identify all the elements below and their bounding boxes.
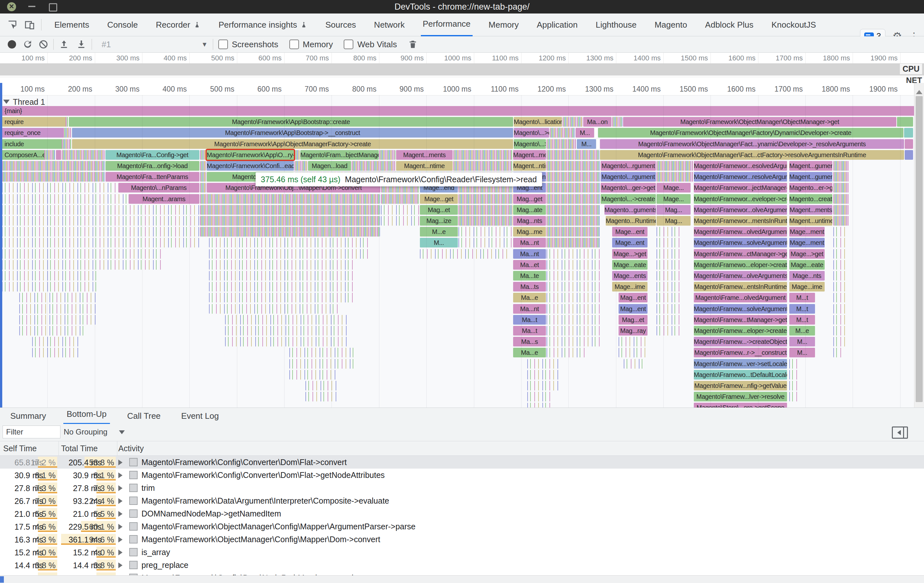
- flame-block[interactable]: Magento\Framework\ObjectManager\Fact...y…: [600, 139, 904, 149]
- flame-block[interactable]: Magento\...nParams: [118, 183, 199, 193]
- flame-block[interactable]: Magento\Framew...->createObject: [694, 337, 787, 346]
- flame-block[interactable]: Magen...load: [308, 161, 351, 171]
- tab-network[interactable]: Network: [372, 13, 406, 36]
- checkbox-box[interactable]: [218, 40, 228, 49]
- column-total-time[interactable]: Total Time: [61, 444, 98, 453]
- flame-block[interactable]: Magento\...->create: [601, 194, 656, 204]
- tab-adblock-plus[interactable]: Adblock Plus: [703, 13, 755, 36]
- flame-block[interactable]: Magento\Framew...tManager->get: [694, 315, 787, 324]
- flame-block[interactable]: Mage...nts: [789, 271, 825, 281]
- table-row[interactable]: 27.8 ms7.3 %27.8 ms7.3 %trim: [0, 481, 924, 494]
- flame-block[interactable]: Magento...er->get: [789, 183, 832, 193]
- flame-block[interactable]: Magento\Framework\App\Bootstrap->__const…: [72, 128, 513, 138]
- flame-block[interactable]: require_once: [2, 128, 65, 138]
- flame-block[interactable]: Mag...me: [513, 227, 546, 237]
- table-row[interactable]: 16.3 ms4.3 %361.1 ms94.6 %Magento\Framew…: [0, 533, 924, 546]
- bottom-tab-call-tree[interactable]: Call Tree: [124, 408, 164, 424]
- flame-block[interactable]: Mag...ize: [420, 216, 458, 226]
- tab-magento[interactable]: Magento: [653, 13, 689, 36]
- flame-block[interactable]: Magento\...rgument: [601, 172, 656, 181]
- flame-block[interactable]: Magento\Framewor...resolveArgument: [694, 172, 787, 181]
- tab-performance-insights[interactable]: Performance insights: [217, 13, 309, 36]
- flame-block[interactable]: Mage...ment: [789, 227, 825, 237]
- flame-block[interactable]: Ma...s: [513, 337, 546, 346]
- flame-block[interactable]: Magento\Fram...bjectManager: [300, 150, 379, 160]
- flame-block[interactable]: M...t: [789, 293, 815, 302]
- flame-block[interactable]: Magento\Framewo...eloper->create: [694, 260, 787, 270]
- window-close-button[interactable]: ✕: [7, 2, 16, 11]
- flame-block[interactable]: Magento\Framewor...esolvedArgument: [694, 161, 787, 171]
- flame-block[interactable]: Ma...et: [513, 260, 546, 270]
- flame-block[interactable]: Ma...te: [513, 271, 546, 281]
- bottom-tab-bottom-up[interactable]: Bottom-Up: [63, 407, 110, 425]
- tab-knockoutjs[interactable]: KnockoutJS: [769, 13, 818, 36]
- table-row[interactable]: 14.4 ms3.8 %14.4 ms3.8 %preg_replace: [0, 558, 924, 571]
- expand-arrow-icon[interactable]: [118, 485, 125, 491]
- flame-block[interactable]: Ma...nt: [513, 249, 546, 259]
- flame-block[interactable]: Ma...e: [513, 293, 546, 302]
- flame-block[interactable]: Magento\Framew...lver->resolve: [694, 392, 787, 402]
- flame-chart[interactable]: 100 ms200 ms300 ms400 ms500 ms600 ms700 …: [0, 83, 924, 407]
- flame-block[interactable]: Ma...nt: [513, 304, 546, 314]
- flame-block[interactable]: Magento\...>create: [514, 139, 546, 149]
- flame-block[interactable]: Magento\Framew...ctManager->get: [694, 249, 787, 259]
- window-minimize-button[interactable]: [28, 6, 35, 7]
- flame-block[interactable]: Mag...ent: [619, 293, 647, 302]
- tab-sources[interactable]: Sources: [323, 13, 358, 36]
- record-button[interactable]: [8, 40, 16, 49]
- flame-block[interactable]: Magent...arams: [129, 194, 199, 204]
- tab-application[interactable]: Application: [535, 13, 579, 36]
- tab-console[interactable]: Console: [105, 13, 140, 36]
- filter-input[interactable]: [3, 425, 61, 438]
- load-profile-icon[interactable]: [59, 37, 69, 51]
- flame-block[interactable]: M...t: [789, 315, 815, 324]
- flame-block[interactable]: Magento\Framew...r->__construct: [694, 348, 787, 357]
- clear-button[interactable]: [39, 37, 48, 51]
- flame-block[interactable]: Mag...ate: [513, 205, 546, 215]
- expand-arrow-icon[interactable]: [118, 498, 125, 504]
- flame-block[interactable]: Magento\Frame...olvedArgument: [694, 293, 787, 302]
- flame-block[interactable]: M...: [789, 348, 815, 357]
- flame-block[interactable]: Mage...ents: [612, 271, 647, 281]
- flame-block[interactable]: Magent...gument: [789, 172, 832, 181]
- flame-block[interactable]: Magento\Framew...entsInRuntime: [694, 282, 787, 292]
- flame-block[interactable]: M...: [577, 139, 596, 149]
- flame-block[interactable]: Magento\Framewor...eveloper->create: [694, 194, 787, 204]
- expand-arrow-icon[interactable]: [118, 550, 125, 555]
- flame-block[interactable]: Magento\Framework\App\Bootstrap::create: [69, 117, 513, 127]
- reload-and-record-button[interactable]: [23, 37, 33, 51]
- expand-arrow-icon[interactable]: [118, 537, 125, 542]
- tab-performance[interactable]: Performance: [421, 13, 473, 37]
- show-sidebar-icon[interactable]: [892, 427, 908, 439]
- flame-block[interactable]: Magento\...rgument: [601, 161, 656, 171]
- flame-block[interactable]: Magento\Framewor...olveArguments: [694, 205, 787, 215]
- flame-block[interactable]: Magent...ments: [789, 205, 832, 215]
- history-select[interactable]: #1 ▼: [102, 40, 208, 49]
- tab-memory[interactable]: Memory: [487, 13, 521, 36]
- save-profile-icon[interactable]: [76, 37, 86, 51]
- scrollbar-thumb[interactable]: [0, 576, 4, 583]
- flame-block[interactable]: Mag...et: [420, 205, 458, 215]
- checkbox-screenshots[interactable]: Screenshots: [218, 40, 279, 49]
- flame-block[interactable]: Magento\Framew...solveArgument: [694, 238, 787, 247]
- flame-block[interactable]: Magento\Framew...eloper->create: [694, 326, 787, 336]
- horizontal-scrollbar[interactable]: [0, 575, 924, 583]
- flame-block[interactable]: M...: [789, 337, 815, 346]
- flame-block[interactable]: Magento...create: [789, 194, 832, 204]
- flame-block[interactable]: Magento...guments: [604, 205, 656, 215]
- flame-block[interactable]: Ma...on: [583, 117, 612, 127]
- scroll-up-arrow-icon[interactable]: [916, 87, 922, 94]
- flame-block[interactable]: Mag...ent: [619, 304, 647, 314]
- flame-block[interactable]: Mage...eate: [612, 260, 647, 270]
- selection-edge[interactable]: [0, 83, 2, 407]
- flame-block[interactable]: Magento\Framew...ver->setLocale: [694, 359, 787, 369]
- flame-block[interactable]: M...: [576, 128, 594, 138]
- flame-block[interactable]: Mage...>get: [612, 249, 647, 259]
- flame-vertical-scrollbar[interactable]: [914, 83, 924, 407]
- checkbox-web-vitals[interactable]: Web Vitals: [344, 40, 397, 49]
- flame-block[interactable]: Mag...: [657, 205, 691, 215]
- flame-block[interactable]: M...e: [789, 326, 815, 336]
- window-maximize-button[interactable]: [49, 3, 57, 12]
- flame-block[interactable]: Mage...ent: [612, 238, 647, 247]
- inspect-element-icon[interactable]: [6, 18, 19, 31]
